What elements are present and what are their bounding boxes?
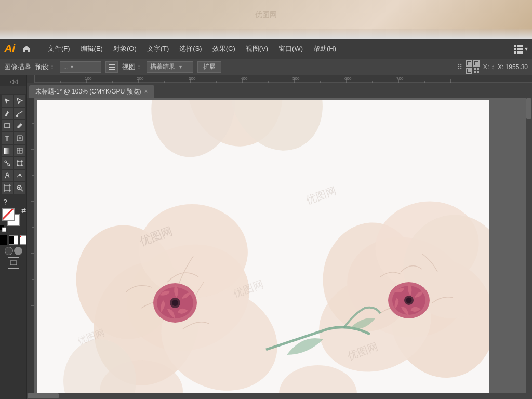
document-tab[interactable]: 未标题-1* @ 100% (CMYK/GPU 预览) ×: [29, 85, 154, 98]
svg-rect-2: [109, 69, 115, 70]
puppet-warp-tool[interactable]: [2, 170, 13, 181]
menu-file[interactable]: 文件(F): [43, 41, 75, 57]
horizontal-scrollbar-thumb[interactable]: [28, 393, 59, 398]
draw-behind-btn[interactable]: [14, 247, 22, 255]
preset-select[interactable]: ... ▾: [60, 61, 101, 73]
view-dropdown-arrow: ▾: [179, 64, 182, 70]
ruler-horizontal: 100 200 300 400 500 600 700: [35, 75, 532, 83]
paintbrush-tool[interactable]: [14, 120, 25, 131]
options-bar: 图像描摹 预设： ... ▾ 视图： 描摹结果 ▾ 扩展 ⠿ X: ↕ X:: [0, 59, 532, 75]
svg-rect-12: [477, 71, 479, 73]
mesh-tool[interactable]: [14, 145, 25, 156]
menu-type[interactable]: 文字(T): [142, 41, 175, 57]
canvas-scroll-area[interactable]: 优图网 优图网 优图网 优图网 优图网: [27, 98, 532, 399]
selection-tool-row: [2, 95, 25, 107]
x-label: X: ↕: [483, 63, 495, 71]
watermark-top: 优图网: [255, 10, 277, 20]
svg-rect-11: [474, 71, 476, 73]
svg-point-13: [16, 115, 18, 117]
svg-point-104: [406, 298, 412, 303]
swap-colors-icon[interactable]: ⇄: [21, 207, 26, 214]
svg-rect-47: [2, 228, 6, 232]
horizontal-scrollbar[interactable]: [27, 393, 526, 399]
gradient-mode-btn[interactable]: [9, 235, 18, 245]
menu-window[interactable]: 窗口(W): [273, 41, 308, 57]
svg-rect-8: [468, 69, 471, 72]
app-body: ◁◁: [0, 75, 532, 399]
svg-point-30: [21, 165, 22, 166]
stroke-color-box[interactable]: [2, 208, 15, 221]
menu-object[interactable]: 对象(O): [108, 41, 142, 57]
question-row: ?: [0, 198, 26, 206]
svg-rect-48: [10, 261, 17, 265]
flower-illustration: 优图网 优图网 优图网 优图网 优图网: [37, 100, 489, 396]
curvature-tool[interactable]: [14, 108, 25, 119]
reshape-tool[interactable]: [14, 170, 25, 181]
none-mode-btn[interactable]: [20, 235, 28, 245]
preset-label: 预设：: [35, 62, 56, 72]
pen-tool[interactable]: [2, 108, 13, 119]
tab-bar: 未标题-1* @ 100% (CMYK/GPU 预览) ×: [27, 83, 532, 98]
gradient-tool[interactable]: [2, 145, 13, 156]
ai-logo: Ai: [4, 42, 15, 56]
type-tool-row: T: [2, 132, 25, 144]
menu-effect[interactable]: 效果(C): [207, 41, 241, 57]
svg-point-94: [172, 300, 178, 306]
artboard-bottom-icon[interactable]: [8, 257, 19, 269]
toolbar-collapse-arrows[interactable]: ◁◁: [8, 77, 19, 85]
svg-point-27: [17, 161, 18, 162]
svg-rect-33: [5, 185, 10, 191]
svg-point-29: [17, 165, 18, 166]
pen-tool-row: [2, 108, 25, 119]
rectangle-tool[interactable]: [2, 120, 13, 131]
type-tool[interactable]: T: [2, 132, 13, 144]
workspace-switcher[interactable]: ▾: [514, 45, 528, 54]
blend-tool[interactable]: [2, 157, 13, 169]
x-coord: X: 1955.30: [498, 63, 528, 71]
tab-close-button[interactable]: ×: [144, 88, 148, 95]
svg-text:300: 300: [189, 76, 196, 81]
vertical-scrollbar-thumb[interactable]: [526, 98, 531, 119]
menu-select[interactable]: 选择(S): [174, 41, 207, 57]
svg-point-31: [6, 173, 8, 175]
svg-point-24: [8, 164, 10, 166]
color-mode-btn[interactable]: [0, 235, 7, 245]
color-section: ? ⇄: [0, 198, 26, 269]
expand-button[interactable]: 扩展: [197, 61, 221, 73]
preset-dropdown-arrow: ▾: [71, 64, 73, 70]
options-right: ⠿ X: ↕ X: 1955.30: [457, 60, 528, 74]
ruler-row: 100 200 300 400 500 600 700: [27, 75, 532, 83]
direct-selection-tool[interactable]: [14, 95, 25, 107]
qr-icon[interactable]: [466, 60, 480, 74]
home-button[interactable]: [19, 42, 34, 56]
svg-rect-9: [474, 68, 476, 70]
svg-text:200: 200: [137, 76, 144, 81]
view-select[interactable]: 描摹结果 ▾: [147, 61, 193, 73]
default-colors-icon[interactable]: [0, 225, 6, 233]
free-transform-tool[interactable]: [14, 157, 25, 169]
touch-type-tool[interactable]: [14, 132, 25, 144]
grid-icon: [514, 45, 523, 54]
view-value: 描摹结果: [150, 62, 175, 71]
draw-inside-btn[interactable]: [5, 247, 13, 255]
menu-edit[interactable]: 编辑(E): [75, 41, 108, 57]
zoom-tool[interactable]: [14, 182, 25, 194]
question-mark-icon[interactable]: ?: [3, 198, 7, 206]
tab-title: 未标题-1* @ 100% (CMYK/GPU 预览): [35, 87, 141, 96]
svg-text:500: 500: [292, 76, 300, 81]
dual-circles: [5, 247, 22, 255]
options-dots-icon[interactable]: ⠿: [457, 63, 462, 71]
artboard: 优图网 优图网 优图网 优图网 优图网: [37, 100, 489, 396]
transform-tool-row: [2, 157, 25, 169]
artboard-tool[interactable]: [2, 182, 13, 194]
svg-rect-14: [5, 124, 10, 128]
preset-menu-button[interactable]: [105, 61, 118, 73]
vertical-scrollbar[interactable]: [526, 98, 532, 399]
svg-point-23: [5, 161, 7, 163]
menu-help[interactable]: 帮助(H): [308, 41, 341, 57]
selection-tool[interactable]: [2, 95, 13, 107]
menu-view[interactable]: 视图(V): [241, 41, 273, 57]
svg-rect-10: [477, 68, 479, 70]
color-boxes: ⇄: [2, 208, 25, 231]
workspace-arrow: ▾: [525, 45, 528, 52]
